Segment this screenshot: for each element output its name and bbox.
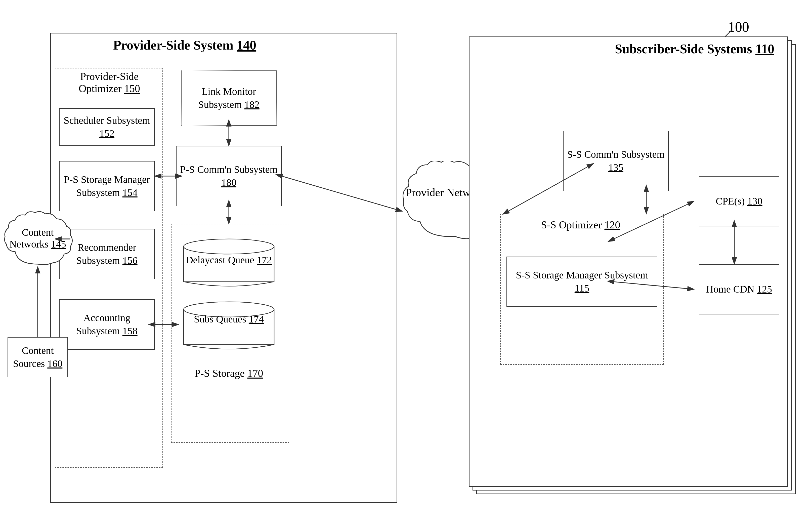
diagram: 100 Provider-Side System 140 Provider-Si… bbox=[0, 0, 812, 530]
ss-comm-subsystem-box: S-S Comm'n Subsystem 135 bbox=[563, 131, 669, 191]
ps-storage-manager-box: P-S Storage Manager Subsystem 154 bbox=[59, 161, 155, 211]
subs-queues: Subs Queues 174 bbox=[178, 299, 279, 350]
provider-optimizer-title: Provider-Side Optimizer 150 bbox=[58, 70, 161, 95]
accounting-subsystem-box: Accounting Subsystem 158 bbox=[59, 299, 155, 350]
ps-comm-subsystem-box: P-S Comm'n Subsystem 180 bbox=[176, 146, 282, 206]
ps-storage-label: P-S Storage 170 bbox=[178, 367, 279, 379]
cpe-box: CPE(s) 130 bbox=[699, 176, 779, 226]
ss-optimizer-label: S-S Optimizer 120 bbox=[500, 219, 661, 231]
delaycast-queue: Delaycast Queue 172 bbox=[178, 237, 279, 287]
scheduler-subsystem-box: Scheduler Subsystem 152 bbox=[59, 108, 155, 146]
link-monitor-box: Link Monitor Subsystem 182 bbox=[181, 70, 277, 126]
recommender-subsystem-box: Recom­mender Subsystem 156 bbox=[59, 229, 155, 279]
svg-point-3 bbox=[184, 239, 274, 254]
content-networks: Content Networks 145 bbox=[2, 211, 73, 282]
content-sources-box: Content Sources 160 bbox=[8, 337, 68, 377]
subscriber-side-title: Subscriber-Side Systems 110 bbox=[470, 42, 784, 56]
provider-side-title: Provider-Side System 140 bbox=[113, 38, 256, 53]
ss-storage-manager-box: S-S Storage Manager Subsystem 115 bbox=[506, 257, 657, 307]
home-cdn-box: Home CDN 125 bbox=[699, 264, 779, 314]
